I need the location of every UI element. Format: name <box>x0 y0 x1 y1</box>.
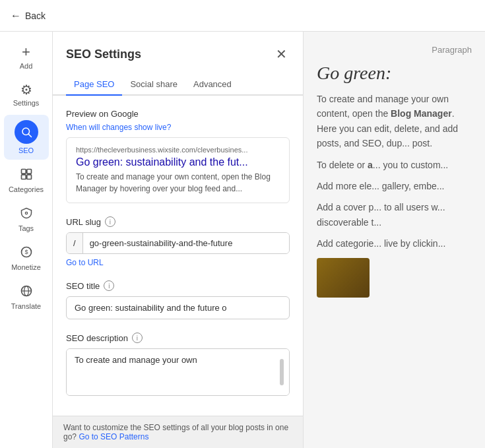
tab-advanced[interactable]: Advanced <box>185 74 240 96</box>
seo-description-textarea[interactable]: To create and manage your own <box>67 349 289 395</box>
sidebar-item-monetize[interactable]: $ Monetize <box>4 240 49 276</box>
sidebar-item-categories[interactable]: Categories <box>4 162 49 199</box>
seo-description-label-text: SEO description <box>66 333 128 343</box>
sidebar-item-seo-label: SEO <box>18 146 34 154</box>
scroll-indicator <box>280 359 284 385</box>
close-button[interactable]: ✕ <box>273 45 290 63</box>
url-slug-label-row: URL slug i <box>66 216 290 227</box>
back-label: Back <box>25 11 46 21</box>
url-slug-section: URL slug i / Go to URL <box>66 216 290 267</box>
seo-title-section: SEO title i <box>66 280 290 319</box>
url-slug-label-text: URL slug <box>66 217 101 227</box>
sidebar: + Add ⚙ Settings SEO <box>0 32 53 448</box>
sidebar-item-monetize-label: Monetize <box>11 263 41 271</box>
gear-icon: ⚙ <box>20 83 32 96</box>
seo-icon <box>15 120 38 144</box>
sidebar-item-settings-label: Settings <box>13 99 40 107</box>
sidebar-item-add-label: Add <box>20 62 33 70</box>
tabs-row: Page SEO Social share Advanced <box>53 74 303 96</box>
add-icon: + <box>22 45 30 59</box>
content-heading: Go green: <box>317 63 472 84</box>
seo-title-label-row: SEO title i <box>66 280 290 291</box>
content-paragraph-2: To delete or a... you to custom... <box>317 158 472 172</box>
svg-point-6 <box>25 212 27 214</box>
preview-page-title[interactable]: Go green: sustainability and the fut... <box>76 156 280 168</box>
back-button[interactable]: ← Back <box>11 10 46 22</box>
monetize-icon: $ <box>20 245 33 261</box>
paragraph-label: Paragraph <box>317 45 472 55</box>
seo-description-section: SEO description i To create and manage y… <box>66 333 290 396</box>
content-paragraph-3: Add more ele... gallery, embe... <box>317 179 472 193</box>
svg-rect-5 <box>26 175 31 179</box>
preview-description: To create and manage your own content, o… <box>76 171 280 195</box>
go-to-url-link[interactable]: Go to URL <box>66 258 290 267</box>
main-area: + Add ⚙ Settings SEO <box>0 32 485 448</box>
svg-rect-3 <box>26 170 31 174</box>
preview-live-link[interactable]: When will changes show live? <box>66 123 290 132</box>
top-bar: ← Back <box>0 0 485 32</box>
sidebar-item-tags[interactable]: Tags <box>4 201 49 238</box>
seo-panel-title: SEO Settings <box>66 48 141 61</box>
seo-title-input[interactable] <box>66 296 290 319</box>
categories-icon <box>20 168 33 183</box>
preview-section: Preview on Google When will changes show… <box>66 109 290 203</box>
svg-rect-4 <box>21 175 26 179</box>
url-slash: / <box>67 233 83 253</box>
seo-description-label-row: SEO description i <box>66 333 290 343</box>
sidebar-item-translate-label: Translate <box>11 302 41 310</box>
svg-line-1 <box>28 134 32 137</box>
url-slug-info-icon[interactable]: i <box>105 216 115 227</box>
seo-panel-header: SEO Settings ✕ <box>53 32 303 63</box>
bottom-hint: Want to customize the SEO settings of al… <box>53 416 303 448</box>
url-input-row: / <box>66 232 290 254</box>
svg-text:$: $ <box>24 249 28 255</box>
content-paragraph-5: Add categorie... live by clickin... <box>317 236 472 251</box>
svg-rect-2 <box>21 170 26 174</box>
preview-label: Preview on Google <box>66 109 290 119</box>
seo-description-info-icon[interactable]: i <box>132 333 143 343</box>
sidebar-item-add[interactable]: + Add <box>4 40 49 75</box>
content-paragraph-4: Add a cover p... to all users w... disco… <box>317 200 472 230</box>
google-preview-box: https://thecleverbusiness.wixsite.com/cl… <box>66 137 290 203</box>
translate-icon <box>20 284 33 300</box>
sidebar-item-tags-label: Tags <box>18 224 34 232</box>
sidebar-item-translate[interactable]: Translate <box>4 279 49 315</box>
seo-title-info-icon[interactable]: i <box>104 280 114 291</box>
content-thumbnail <box>317 258 370 298</box>
content-area: Paragraph Go green: To create and manage… <box>304 32 485 448</box>
content-paragraph-1: To create and manage your own content, o… <box>317 92 472 151</box>
back-arrow-icon: ← <box>11 10 21 22</box>
preview-url: https://thecleverbusiness.wixsite.com/cl… <box>76 146 280 154</box>
seo-title-label-text: SEO title <box>66 281 100 291</box>
seo-description-textarea-wrapper: To create and manage your own <box>66 348 290 396</box>
tags-icon <box>20 207 33 222</box>
tab-page-seo[interactable]: Page SEO <box>66 74 122 96</box>
seo-patterns-link[interactable]: Go to SEO Patterns <box>79 432 148 441</box>
sidebar-item-settings[interactable]: ⚙ Settings <box>4 78 49 112</box>
tab-social-share[interactable]: Social share <box>122 74 185 96</box>
seo-panel: SEO Settings ✕ Page SEO Social share Adv… <box>53 32 304 448</box>
sidebar-item-categories-label: Categories <box>9 185 44 193</box>
url-slug-input[interactable] <box>83 233 289 253</box>
seo-panel-body: Preview on Google When will changes show… <box>53 96 303 416</box>
sidebar-item-seo[interactable]: SEO <box>4 115 49 160</box>
